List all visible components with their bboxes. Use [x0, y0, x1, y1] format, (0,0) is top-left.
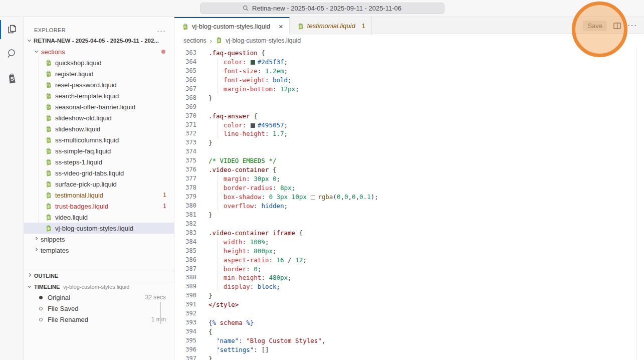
code-editor[interactable]: 363.faq-question {364 color: #2d5f3f;365…: [174, 47, 644, 360]
code-line[interactable]: 378 border-radius: 8px;: [174, 184, 644, 193]
code-line[interactable]: 369: [174, 103, 644, 112]
code-line[interactable]: 365 font-size: 1.2em;: [174, 67, 644, 76]
shopify-activity-item[interactable]: S: [5, 71, 19, 85]
color-swatch-icon[interactable]: [251, 123, 255, 128]
code-line[interactable]: 371 color: #495057;: [174, 121, 644, 130]
code-line[interactable]: 381}: [174, 211, 644, 220]
sidebar-folder-sections[interactable]: sections: [24, 46, 174, 57]
code-line[interactable]: 374: [174, 147, 644, 156]
line-number: 367: [174, 85, 196, 94]
close-icon[interactable]: ×: [279, 23, 283, 30]
line-number: 376: [174, 165, 196, 174]
file-item[interactable]: Sss-simple-faq.liquid: [24, 145, 174, 156]
file-item[interactable]: Svj-blog-custom-styles.liquid: [24, 223, 174, 234]
file-item[interactable]: Sss-video-grid-tabs.liquid: [24, 167, 174, 178]
code-line[interactable]: 387 border: 0;: [174, 265, 644, 274]
save-button[interactable]: Save: [583, 21, 607, 31]
svg-text:S: S: [10, 76, 14, 82]
file-item[interactable]: Svideo.liquid: [24, 212, 174, 223]
code-text: }: [208, 291, 212, 300]
code-line[interactable]: 389 display: block;: [174, 282, 644, 291]
timeline-panel-header[interactable]: TIMELINE vj-blog-custom-styles.liquid: [24, 281, 174, 292]
code-line[interactable]: 393{% schema %}: [174, 318, 644, 327]
timeline-entry[interactable]: File Saved: [24, 303, 174, 314]
code-line[interactable]: 395 "name": "Blog Custom Styles",: [174, 336, 644, 345]
root-folder-label: RETINA-NEW - 2025-04-05 - 2025-09-11 - 2…: [34, 38, 159, 44]
color-swatch-icon[interactable]: [251, 60, 255, 65]
code-line[interactable]: 384 width: 100%;: [174, 238, 644, 247]
code-text: "name": "Blog Custom Styles",: [208, 336, 325, 345]
editor-actions: Save ···: [583, 17, 637, 34]
workspace-root-folder[interactable]: RETINA-NEW - 2025-04-05 - 2025-09-11 - 2…: [24, 35, 174, 46]
code-line[interactable]: 382: [174, 220, 644, 229]
editor-tab[interactable]: Svj-blog-custom-styles.liquid×: [174, 17, 290, 35]
code-line[interactable]: 372 line-height: 1.7;: [174, 129, 644, 138]
explorer-more-actions-icon[interactable]: ···: [157, 28, 166, 33]
files-icon: [6, 23, 18, 35]
file-item[interactable]: Sslideshow.liquid: [24, 123, 174, 134]
title-bar: Retina-new - 2025-04-05 - 2025-09-11 - 2…: [0, 0, 644, 17]
code-line[interactable]: 385 height: 800px;: [174, 247, 644, 256]
file-item[interactable]: Sslideshow-old.liquid: [24, 112, 174, 123]
code-line[interactable]: 391</style>: [174, 300, 644, 309]
code-line[interactable]: 368}: [174, 94, 644, 103]
file-label: testimonial.liquid: [55, 192, 103, 199]
timeline-entry[interactable]: Original32 secs: [24, 292, 174, 303]
color-swatch-icon[interactable]: [311, 195, 315, 200]
search-activity-item[interactable]: [5, 47, 19, 61]
editor-tab[interactable]: Stestimonial.liquid1: [290, 17, 372, 35]
code-line[interactable]: 386 aspect-ratio: 16 / 12;: [174, 256, 644, 265]
line-number: 381: [174, 211, 196, 220]
line-number: 382: [174, 220, 196, 229]
line-number: 369: [174, 103, 196, 112]
file-label: quickshop.liquid: [55, 59, 102, 67]
code-line[interactable]: 379 box-shadow: 0 3px 10px rgba(0,0,0,0.…: [174, 193, 644, 202]
code-line[interactable]: 377 margin: 30px 0;: [174, 174, 644, 184]
file-item[interactable]: Ssearch-template.liquid: [24, 90, 174, 101]
code-line[interactable]: 390}: [174, 291, 644, 300]
code-line[interactable]: 376.video-container {: [174, 165, 644, 174]
shopify-file-icon: S: [182, 23, 188, 30]
code-text: "settings": []: [208, 345, 269, 354]
code-line[interactable]: 394{: [174, 327, 644, 336]
sidebar-folder-snippets[interactable]: snippets: [24, 234, 174, 245]
code-line[interactable]: 373}: [174, 138, 644, 147]
code-line[interactable]: 363.faq-question {: [174, 49, 644, 58]
file-item[interactable]: Sregister.liquid: [24, 68, 174, 79]
code-line[interactable]: 364 color: #2d5f3f;: [174, 58, 644, 67]
file-item[interactable]: Ssurface-pick-up.liquid: [24, 178, 174, 190]
file-item[interactable]: Sseasonal-offer-banner.liquid: [24, 101, 174, 112]
code-line[interactable]: 396 "settings": []: [174, 345, 644, 354]
file-item[interactable]: Sreset-password.liquid: [24, 79, 174, 90]
code-line[interactable]: 388 min-height: 480px;: [174, 273, 644, 282]
file-item[interactable]: Sss-steps-1.liquid: [24, 156, 174, 167]
code-line[interactable]: 367 margin-bottom: 12px;: [174, 85, 644, 94]
sidebar-folder-templates[interactable]: templates: [24, 245, 174, 256]
code-line[interactable]: 370.faq-answer {: [174, 112, 644, 121]
more-actions-icon[interactable]: ···: [627, 23, 637, 28]
file-label: slideshow.liquid: [55, 125, 100, 133]
file-item[interactable]: Strust-badges.liquid1: [24, 201, 174, 212]
file-item[interactable]: Squickshop.liquid: [24, 57, 174, 68]
outline-panel-header[interactable]: OUTLINE: [24, 270, 174, 281]
file-item[interactable]: Sss-multicolumns.liquid: [24, 134, 174, 145]
code-line[interactable]: 397}: [174, 354, 644, 360]
breadcrumb-folder[interactable]: sections: [183, 37, 206, 44]
code-line[interactable]: 366 font-weight: bold;: [174, 76, 644, 85]
line-number: 365: [174, 67, 196, 76]
code-line[interactable]: 375/* VIDEO EMBEDS */: [174, 156, 644, 165]
code-line[interactable]: 383.video-container iframe {: [174, 229, 644, 238]
code-line[interactable]: 392: [174, 309, 644, 318]
command-center-search[interactable]: Retina-new - 2025-04-05 - 2025-09-11 - 2…: [200, 3, 445, 14]
timeline-entry[interactable]: File Renamed1 min: [24, 314, 174, 325]
split-editor-icon[interactable]: [613, 23, 621, 29]
explorer-activity-item[interactable]: [5, 22, 19, 36]
file-item[interactable]: Stestimonial.liquid1: [24, 190, 174, 201]
line-number: 383: [174, 229, 196, 238]
code-line[interactable]: 380 overflow: hidden;: [174, 202, 644, 211]
shopify-file-icon: S: [45, 136, 52, 143]
chevron-down-icon: [35, 49, 38, 53]
breadcrumb-file[interactable]: vj-blog-custom-styles.liquid: [226, 37, 301, 44]
shopify-file-icon: S: [45, 203, 52, 210]
code-text: .faq-answer {: [208, 112, 258, 121]
